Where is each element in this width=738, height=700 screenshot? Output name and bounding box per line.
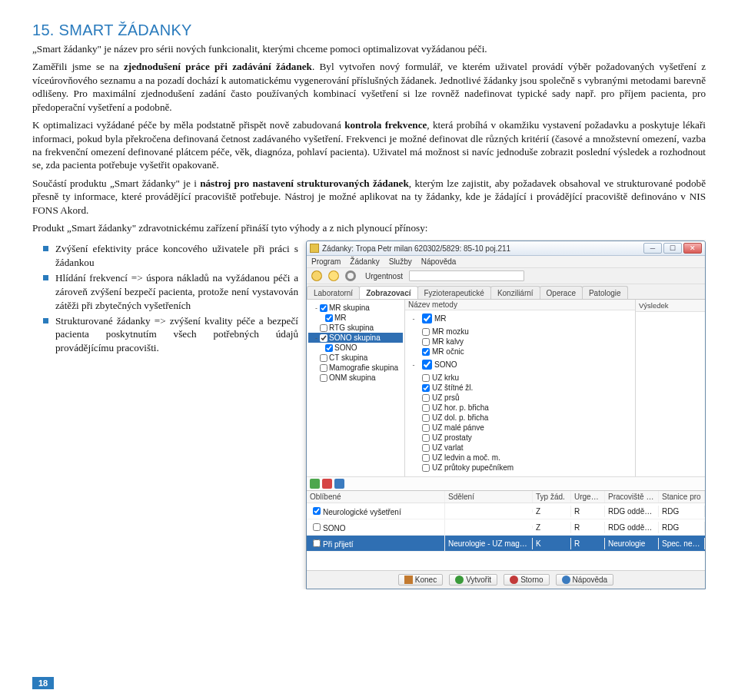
grid-col-oblibene[interactable]: Oblíbené (307, 491, 445, 503)
benefit-item: Strukturované žádanky => zvýšení kvality… (32, 314, 706, 355)
footer-storno-button[interactable]: Storno (504, 574, 549, 586)
page-number: 18 (32, 677, 54, 689)
grid-col-urgen[interactable]: Urgen… (571, 491, 605, 503)
x-icon (510, 576, 518, 584)
grid-header-row: Oblíbené Sdělení Typ žád. Urgen… Pracovi… (307, 491, 705, 503)
method-item[interactable]: UZ malé pánve (405, 423, 635, 433)
paragraph-3: K optimalizaci vyžádané péče by měla pod… (32, 118, 706, 172)
method-item[interactable]: UZ průtoky pupečníkem (405, 463, 635, 473)
grid-row[interactable]: Při přijetíNeurologie - UZ magistrálních… (307, 536, 705, 552)
q-icon (562, 576, 570, 584)
grid-col-stanice[interactable]: Stanice pro (659, 491, 705, 503)
footer-vytvořit-button[interactable]: Vytvořit (449, 574, 497, 586)
status-info-icon[interactable] (334, 479, 344, 489)
grid-col-pracoviste[interactable]: Pracoviště pro (605, 491, 659, 503)
paragraph-2: Zaměřili jsme se na zjednodušení práce p… (32, 60, 706, 114)
paragraph-4: Součástí produktu „Smart žádanky" je i n… (32, 177, 706, 217)
benefit-list: Zvýšení efektivity práce koncového uživa… (32, 242, 706, 355)
check-icon (455, 576, 464, 584)
grid-row[interactable]: SONOZRRDG oddě…RDG (307, 519, 705, 536)
benefit-item: Zvýšení efektivity práce koncového uživa… (32, 242, 706, 270)
method-item[interactable]: UZ krku (405, 373, 635, 383)
tree-group[interactable]: Mamografie skupina (308, 363, 403, 373)
icon-band (307, 476, 705, 490)
door-icon (404, 576, 413, 584)
tree-group[interactable]: ONM skupina (308, 373, 403, 383)
method-item[interactable]: UZ prsů (405, 393, 635, 403)
grid-col-sdeleni[interactable]: Sdělení (445, 491, 533, 503)
method-section[interactable]: - SONO (405, 357, 635, 373)
grid-row[interactable]: Neurologické vyšetřeníZRRDG oddě…RDG (307, 503, 705, 519)
status-error-icon[interactable] (322, 479, 332, 489)
method-item[interactable]: UZ dol. p. břicha (405, 413, 635, 423)
paragraph-5: Produkt „Smart žádanky" zdravotnickému z… (32, 221, 706, 234)
status-ok-icon[interactable] (310, 479, 320, 489)
app-footer: KonecVytvořitStornoNápověda (307, 570, 705, 589)
method-item[interactable]: UZ štítné žl. (405, 383, 635, 393)
method-item[interactable]: UZ prostaty (405, 433, 635, 443)
benefit-item: Hlídání frekvencí => úspora nákladů na v… (32, 271, 706, 312)
method-item[interactable]: UZ ledvin a moč. m. (405, 453, 635, 463)
footer-konec-button[interactable]: Konec (398, 574, 443, 586)
paragraph-intro: „Smart žádanky" je název pro sérii novýc… (32, 42, 706, 55)
method-item[interactable]: UZ varlat (405, 443, 635, 453)
grid-col-typzad[interactable]: Typ žád. (533, 491, 571, 503)
footer-nápověda-button[interactable]: Nápověda (556, 574, 614, 586)
section-heading: 15. SMART ŽÁDANKY (32, 22, 706, 39)
favorites-grid[interactable]: Oblíbené Sdělení Typ žád. Urgen… Pracovi… (307, 490, 705, 570)
method-item[interactable]: UZ hor. p. břicha (405, 403, 635, 413)
